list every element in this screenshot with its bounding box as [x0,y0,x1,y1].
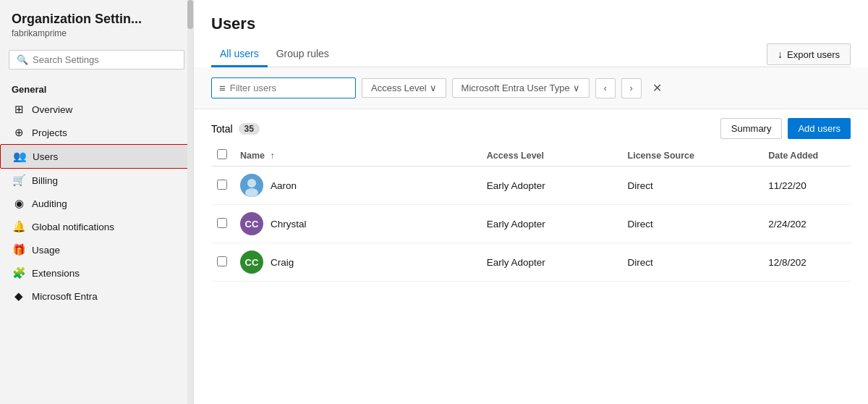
sidebar-item-label: Billing [32,175,58,186]
add-users-button[interactable]: Add users [788,118,851,139]
total-label: Total 35 [211,123,260,135]
header-checkbox-cell [211,145,234,167]
user-type-chevron-icon: ∨ [573,83,580,93]
tabs: All users Group rules [211,42,338,67]
user-type-label: Microsoft Entra User Type [461,83,570,93]
user-name: Craig [271,257,294,268]
sidebar-header: Organization Settin... fabrikamprime [0,0,193,44]
row-checkbox[interactable] [217,180,227,190]
sidebar-subtitle: fabrikamprime [12,28,182,38]
tab-all-users[interactable]: All users [211,42,268,67]
page-title: Users [211,14,851,33]
top-bar-actions: Summary Add users [720,118,851,139]
header-name[interactable]: Name ↑ [234,145,481,167]
row-access-level: Early Adopter [481,243,622,282]
export-users-label: Export users [787,49,840,60]
sidebar-item-label: Extensions [32,268,80,279]
avatar: CC [240,251,263,274]
users-table: Name ↑ Access Level License Source Date … [211,145,851,282]
filter-users-input[interactable] [230,83,331,93]
header-access-level[interactable]: Access Level [481,145,622,167]
tab-group-rules[interactable]: Group rules [268,42,338,67]
svg-point-1 [247,179,256,188]
sidebar-item-users[interactable]: 👥 Users [0,144,193,169]
projects-icon: ⊕ [12,126,26,139]
table-row: CC Craig Early Adopter Direct 12/8/202 [211,243,851,282]
header-license-source[interactable]: License Source [622,145,763,167]
filter-next-button[interactable]: › [621,78,642,98]
filter-close-button[interactable]: ✕ [647,78,668,98]
row-access-level: Early Adopter [481,167,622,205]
avatar [240,174,263,197]
select-all-checkbox[interactable] [217,149,227,159]
svg-point-2 [245,188,258,197]
row-date-added: 12/8/202 [762,243,851,282]
search-icon: 🔍 [17,54,28,65]
chevron-right-icon: › [629,83,632,93]
table-header-row: Name ↑ Access Level License Source Date … [211,145,851,167]
sidebar-item-usage[interactable]: 🎁 Usage [0,238,193,261]
access-level-label: Access Level [371,83,427,93]
row-checkbox[interactable] [217,256,227,266]
name-cell: CC Chrystal [240,212,475,235]
user-type-dropdown[interactable]: Microsoft Entra User Type ∨ [452,78,590,98]
access-level-chevron-icon: ∨ [430,83,437,93]
close-icon: ✕ [652,81,662,95]
name-cell: Aaron [240,174,475,197]
row-name-cell: Aaron [234,167,481,205]
name-cell: CC Craig [240,251,475,274]
tabs-row: All users Group rules ↓ Export users [211,42,851,67]
row-checkbox-cell [211,167,234,205]
filter-input-wrap[interactable]: ≡ [211,77,356,98]
row-date-added: 11/22/20 [762,167,851,205]
usage-icon: 🎁 [12,243,26,256]
notifications-icon: 🔔 [12,220,26,233]
sidebar-scroll-thumb[interactable] [187,0,193,29]
sidebar-item-label: Projects [32,127,67,138]
users-icon: 👥 [12,150,27,163]
main-header: Users All users Group rules ↓ Export use… [194,0,868,67]
sidebar-item-billing[interactable]: 🛒 Billing [0,169,193,192]
row-checkbox[interactable] [217,218,227,228]
row-access-level: Early Adopter [481,205,622,243]
sidebar-item-label: Usage [32,245,60,256]
sidebar-item-auditing[interactable]: ◉ Auditing [0,192,193,215]
table-row: Aaron Early Adopter Direct 11/22/20 [211,167,851,205]
total-badge: 35 [239,123,260,135]
name-col-label: Name [240,151,265,161]
sidebar-scrollbar[interactable] [187,0,193,404]
users-section: Total 35 Summary Add users Name ↑ Acc [194,109,868,404]
extensions-icon: 🧩 [12,266,26,279]
row-license-source: Direct [622,243,763,282]
filter-prev-button[interactable]: ‹ [595,78,616,98]
row-license-source: Direct [622,205,763,243]
user-name: Chrystal [271,219,307,230]
sidebar-item-extensions[interactable]: 🧩 Extensions [0,261,193,285]
search-settings-wrap[interactable]: 🔍 [9,50,184,70]
sidebar-section-general: General [0,78,193,98]
row-date-added: 2/24/202 [762,205,851,243]
user-name: Aaron [271,180,297,191]
sidebar-item-label: Auditing [32,198,67,209]
avatar: CC [240,212,263,235]
export-icon: ↓ [778,49,783,60]
sidebar-item-projects[interactable]: ⊕ Projects [0,121,193,144]
summary-button[interactable]: Summary [720,118,783,139]
entra-icon: ◆ [12,290,26,303]
sidebar-item-microsoft-entra[interactable]: ◆ Microsoft Entra [0,285,193,308]
total-text: Total [211,123,233,135]
row-name-cell: CC Craig [234,243,481,282]
filter-bar: ≡ Access Level ∨ Microsoft Entra User Ty… [194,67,868,109]
sidebar-item-global-notifications[interactable]: 🔔 Global notifications [0,215,193,238]
row-name-cell: CC Chrystal [234,205,481,243]
sidebar-item-label: Microsoft Entra [32,291,98,302]
search-settings-input[interactable] [33,54,176,65]
sidebar-item-overview[interactable]: ⊞ Overview [0,98,193,121]
row-checkbox-cell [211,205,234,243]
avatar-svg [240,174,263,197]
header-date-added[interactable]: Date Added [762,145,851,167]
access-level-dropdown[interactable]: Access Level ∨ [362,78,446,98]
sidebar-item-label: Global notifications [32,222,114,232]
chevron-left-icon: ‹ [603,83,606,93]
export-users-button[interactable]: ↓ Export users [767,43,851,65]
